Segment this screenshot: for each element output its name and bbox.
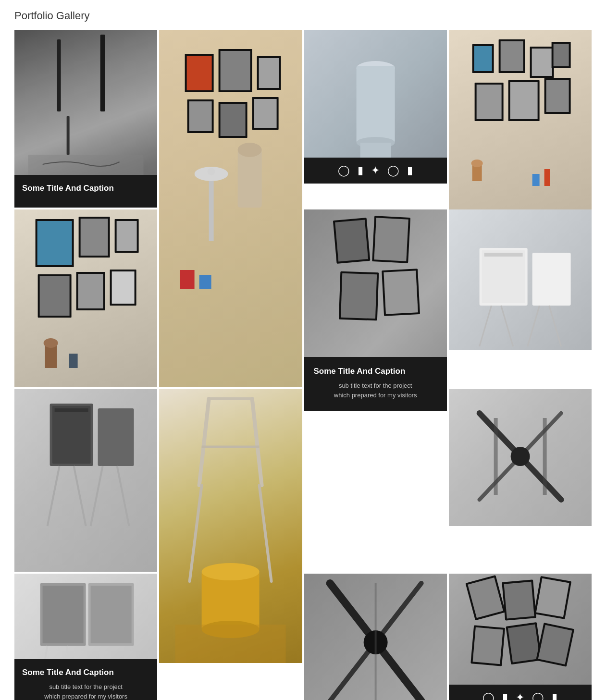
- gallery-item-1[interactable]: Some Title And Caption: [14, 30, 157, 208]
- social-bar-13: ◯ ▮ ✦ ◯ ▮: [449, 685, 592, 700]
- svg-line-90: [260, 485, 272, 581]
- svg-rect-15: [254, 99, 277, 128]
- svg-rect-16: [209, 174, 214, 241]
- svg-rect-21: [180, 270, 195, 289]
- svg-line-74: [501, 306, 513, 346]
- svg-rect-5: [187, 56, 212, 90]
- svg-rect-45: [544, 169, 550, 186]
- svg-rect-11: [189, 101, 212, 131]
- svg-rect-70: [482, 250, 525, 303]
- svg-rect-57: [112, 271, 135, 304]
- svg-rect-47: [37, 221, 72, 265]
- caption-overlay-11: Some Title And Caption sub title text fo…: [14, 659, 157, 700]
- svg-rect-39: [510, 82, 537, 119]
- pinterest-icon: ◯: [387, 165, 399, 176]
- svg-rect-66: [341, 273, 377, 319]
- gallery-grid: Some Title And Caption: [14, 30, 592, 700]
- caption-title-6: Some Title And Caption: [314, 367, 437, 376]
- svg-line-86: [252, 399, 262, 485]
- pinterest-icon-2: ◯: [532, 692, 544, 700]
- svg-rect-114: [504, 582, 534, 619]
- svg-rect-102: [43, 586, 84, 643]
- gallery-item-13[interactable]: ◯ ▮ ✦ ◯ ▮: [449, 574, 592, 700]
- svg-rect-64: [374, 218, 408, 261]
- gallery-item-7[interactable]: [449, 209, 592, 350]
- svg-rect-78: [52, 406, 91, 464]
- svg-rect-24: [356, 66, 395, 143]
- svg-rect-60: [69, 354, 78, 368]
- linkedin-icon-2: ▮: [552, 692, 557, 700]
- svg-line-82: [74, 466, 86, 526]
- svg-point-98: [510, 447, 530, 466]
- caption-sub-6: sub title text for the projectwhich prep…: [314, 381, 437, 400]
- svg-line-81: [48, 466, 60, 526]
- svg-point-43: [471, 160, 482, 167]
- svg-rect-44: [532, 174, 539, 186]
- svg-rect-71: [484, 253, 522, 257]
- gallery-item-2[interactable]: [159, 30, 302, 387]
- page-title: Portfolio Gallery: [14, 10, 592, 22]
- svg-line-75: [527, 306, 539, 346]
- svg-rect-22: [199, 275, 211, 289]
- svg-rect-31: [500, 41, 523, 71]
- svg-point-20: [238, 143, 262, 157]
- caption-title-11: Some Title And Caption: [22, 668, 149, 677]
- gallery-item-8[interactable]: [14, 389, 157, 572]
- svg-rect-118: [472, 627, 503, 664]
- svg-line-73: [479, 306, 491, 346]
- instagram-icon-2: ◯: [482, 692, 495, 700]
- svg-point-59: [44, 338, 58, 348]
- svg-rect-51: [117, 221, 137, 251]
- svg-line-84: [117, 466, 129, 526]
- svg-rect-1: [100, 35, 105, 111]
- caption-title-1: Some Title And Caption: [22, 184, 149, 193]
- svg-rect-112: [468, 577, 503, 618]
- svg-rect-79: [55, 408, 88, 412]
- svg-line-83: [91, 466, 103, 526]
- svg-rect-49: [81, 219, 108, 256]
- svg-rect-19: [238, 150, 262, 208]
- svg-rect-33: [532, 49, 552, 76]
- svg-rect-2: [67, 116, 70, 155]
- gallery-item-11[interactable]: Some Title And Caption sub title text fo…: [14, 574, 157, 700]
- twitter-icon-2: ✦: [516, 692, 524, 700]
- caption-overlay-6: Some Title And Caption sub title text fo…: [304, 357, 447, 411]
- caption-sub-11: sub title text for the projectwhich prep…: [22, 682, 149, 700]
- instagram-icon: ◯: [338, 165, 350, 176]
- gallery-item-3[interactable]: ◯ ▮ ✦ ◯ ▮: [304, 30, 447, 184]
- gallery-item-12[interactable]: [304, 574, 447, 700]
- svg-rect-80: [98, 408, 134, 466]
- caption-overlay-1: Some Title And Caption: [14, 175, 157, 208]
- twitter-icon: ✦: [371, 165, 380, 176]
- svg-rect-99: [494, 418, 497, 495]
- svg-line-76: [549, 306, 561, 346]
- svg-point-92: [202, 563, 260, 580]
- facebook-icon-2: ▮: [502, 692, 508, 700]
- linkedin-icon: ▮: [407, 165, 413, 176]
- svg-line-85: [199, 399, 209, 485]
- facebook-icon: ▮: [358, 165, 363, 176]
- svg-rect-100: [543, 418, 546, 495]
- gallery-item-5[interactable]: [14, 209, 157, 387]
- svg-rect-72: [532, 253, 570, 306]
- social-bar-3: ◯ ▮ ✦ ◯ ▮: [304, 158, 447, 184]
- svg-rect-94: [175, 625, 286, 663]
- gallery-item-10[interactable]: [449, 389, 592, 526]
- svg-rect-41: [546, 80, 569, 112]
- gallery-item-9[interactable]: [159, 389, 302, 663]
- svg-rect-55: [78, 274, 103, 308]
- svg-point-18: [208, 168, 215, 175]
- svg-line-89: [190, 485, 202, 581]
- svg-rect-120: [508, 624, 540, 662]
- svg-rect-29: [474, 46, 492, 71]
- svg-rect-35: [553, 44, 569, 66]
- svg-rect-13: [221, 104, 246, 136]
- svg-rect-62: [335, 220, 368, 261]
- svg-rect-9: [259, 58, 279, 88]
- svg-rect-104: [91, 586, 132, 643]
- svg-rect-68: [383, 270, 418, 314]
- svg-rect-53: [40, 276, 70, 316]
- gallery-item-6[interactable]: Some Title And Caption sub title text fo…: [304, 209, 447, 411]
- svg-rect-7: [221, 51, 250, 90]
- svg-rect-37: [476, 85, 501, 119]
